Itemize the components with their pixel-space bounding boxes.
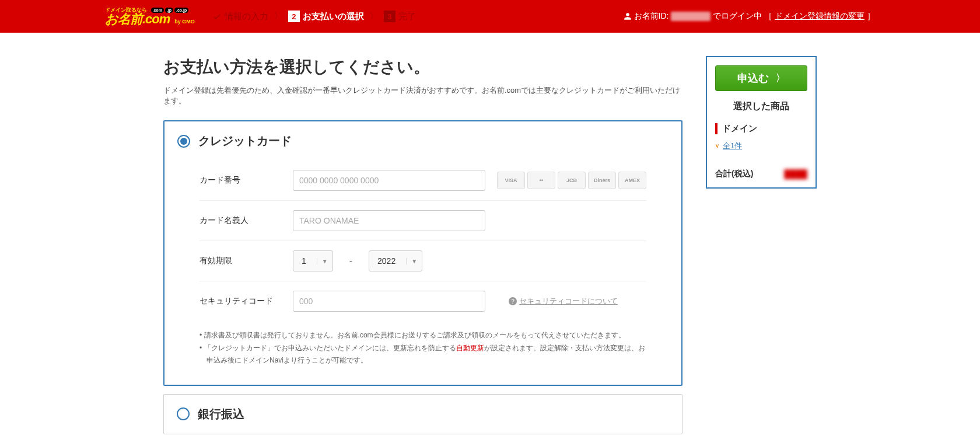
sidebar-title: 選択した商品 — [715, 100, 807, 113]
change-registration-link[interactable]: ドメイン登録情報の変更 — [775, 11, 864, 22]
user-id-suffix: でログイン中 — [713, 11, 762, 22]
label-card-number: カード番号 — [200, 175, 281, 186]
user-id-prefix: お名前ID: — [634, 11, 669, 22]
total-value: ████ — [784, 169, 807, 179]
user-icon — [624, 12, 632, 20]
logo[interactable]: ドメイン取るなら .com.jp.co.jp お名前.com by GMO — [105, 8, 195, 26]
user-id-masked: ██████ — [671, 12, 710, 21]
bracket: ［ — [764, 11, 772, 22]
radio-bank[interactable] — [177, 407, 190, 420]
progress-steps: 情報の入力 〉 2 お支払いの選択 〉 3 完了 — [212, 11, 624, 22]
payment-option-credit[interactable]: クレジットカード — [164, 121, 681, 161]
user-info: お名前ID: ██████ でログイン中 ［ ドメイン登録情報の変更 ］ — [624, 11, 875, 22]
expiry-year-select[interactable]: 2022 ▼ — [369, 250, 422, 271]
label-card-name: カード名義人 — [200, 215, 281, 226]
page-title: お支払い方法を選択してください。 — [163, 56, 682, 78]
radio-credit[interactable] — [177, 135, 190, 148]
sidebar-section-domain: ドメイン — [715, 123, 807, 134]
card-brands: VISA •• JCB Diners AMEX — [497, 172, 646, 189]
payment-panel-bank: 銀行振込 — [163, 394, 682, 434]
bank-title: 銀行振込 — [198, 406, 244, 422]
payment-panel-credit: クレジットカード カード番号 VISA •• JCB Diners AMEX カ… — [163, 120, 682, 386]
cvc-input[interactable] — [293, 291, 485, 312]
page-description: ドメイン登録は先着優先のため、入金確認が一番早いクレジットカード決済がおすすめで… — [163, 85, 682, 106]
sidebar: 申込む 〉 選択した商品 ドメイン ∨ 全1件 合計(税込) ████ — [706, 56, 817, 189]
credit-title: クレジットカード — [198, 133, 292, 149]
step-2: 2 お支払いの選択 — [288, 11, 364, 22]
note-item: 請求書及び領収書は発行しておりません。お名前.com会員様にお送りするご請求及び… — [200, 329, 646, 342]
chevron-right-icon: 〉 — [274, 11, 282, 22]
step-number: 3 — [384, 11, 396, 22]
main-content: お支払い方法を選択してください。 ドメイン登録は先着優先のため、入金確認が一番早… — [163, 56, 682, 439]
sidebar-total: 合計(税込) ████ — [715, 169, 807, 179]
domain-expand[interactable]: ∨ 全1件 — [715, 141, 742, 151]
logo-suffix: by GMO — [174, 19, 195, 25]
mastercard-icon: •• — [527, 172, 555, 189]
domain-count-link[interactable]: 全1件 — [723, 141, 742, 151]
chevron-down-icon: ∨ — [715, 142, 719, 149]
chevron-right-icon: 〉 — [776, 72, 785, 85]
chevron-down-icon: ▼ — [406, 258, 417, 264]
total-label: 合計(税込) — [715, 169, 753, 179]
visa-icon: VISA — [497, 172, 525, 189]
logo-text: お名前.com — [105, 12, 170, 26]
expiry-month-select[interactable]: 1 ▼ — [293, 250, 333, 271]
check-icon — [212, 12, 222, 21]
separator: - — [349, 256, 352, 266]
header: ドメイン取るなら .com.jp.co.jp お名前.com by GMO 情報… — [0, 0, 980, 33]
cvc-help-link[interactable]: セキュリティコードについて — [509, 296, 618, 306]
chevron-down-icon: ▼ — [317, 258, 328, 264]
label-expiry: 有効期限 — [200, 256, 281, 266]
step-number: 2 — [288, 11, 300, 22]
diners-icon: Diners — [588, 172, 616, 189]
apply-button[interactable]: 申込む 〉 — [715, 65, 807, 91]
chevron-right-icon: 〉 — [370, 11, 378, 22]
card-name-input[interactable] — [293, 210, 485, 231]
payment-option-bank[interactable]: 銀行振込 — [164, 395, 682, 434]
bracket: ］ — [867, 11, 875, 22]
amex-icon: AMEX — [618, 172, 646, 189]
note-item: 「クレジットカード」でお申込みいただいたドメインには、更新忘れを防止する自動更新… — [200, 342, 646, 367]
payment-notes: 請求書及び領収書は発行しておりません。お名前.com会員様にお送りするご請求及び… — [200, 321, 646, 367]
step-3: 3 完了 — [384, 11, 416, 22]
jcb-icon: JCB — [558, 172, 586, 189]
label-cvc: セキュリティコード — [200, 296, 281, 306]
step-1: 情報の入力 — [212, 11, 268, 22]
card-number-input[interactable] — [293, 170, 485, 191]
